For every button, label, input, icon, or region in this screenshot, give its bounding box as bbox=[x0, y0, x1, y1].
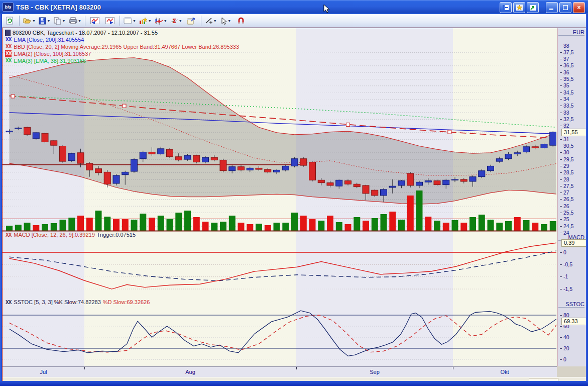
price-tick: 37 bbox=[563, 56, 569, 62]
candle-body bbox=[443, 180, 449, 184]
price-tick: 26 bbox=[563, 204, 569, 209]
volume-bar bbox=[425, 217, 431, 231]
indicator-toggle[interactable]: XX bbox=[5, 36, 12, 43]
indicator-toggle[interactable]: XX bbox=[5, 300, 12, 305]
legend-line[interactable]: 803200 CBK, Tageschart - 18.07.2007 - 12… bbox=[5, 29, 239, 36]
maximize-button[interactable] bbox=[559, 2, 571, 13]
legend-line[interactable]: XXEMA [Close, 200]:31.405554 bbox=[5, 36, 239, 43]
candle-body bbox=[167, 149, 173, 157]
volume-bar bbox=[247, 224, 253, 231]
chart-back-button[interactable] bbox=[88, 15, 102, 27]
candle-body bbox=[158, 149, 164, 154]
dropdown-icon: ▼ bbox=[32, 19, 36, 23]
candle-body bbox=[68, 153, 75, 161]
chart-type-button[interactable]: ▼ bbox=[123, 15, 137, 27]
price-tick: 25 bbox=[563, 217, 569, 222]
sstoc-chart-canvas[interactable] bbox=[3, 307, 556, 366]
magnet-icon bbox=[237, 17, 245, 25]
indicator-toggle[interactable]: XX bbox=[5, 50, 12, 57]
candle-body bbox=[86, 163, 93, 170]
volume-bar bbox=[202, 222, 209, 231]
volume-bar bbox=[265, 225, 271, 231]
price-tick: 28,5 bbox=[563, 170, 573, 175]
chart-window-icon bbox=[124, 17, 132, 24]
copy-button[interactable]: ▼ bbox=[53, 15, 67, 27]
sigma-icon: Σ bbox=[170, 17, 178, 25]
volume-bar bbox=[122, 219, 129, 231]
minimize-button[interactable] bbox=[546, 2, 558, 13]
panel-toggle-button[interactable] bbox=[500, 2, 512, 13]
volume-bar bbox=[95, 211, 102, 231]
chart-forward-button[interactable] bbox=[103, 15, 117, 27]
legend-line[interactable]: XXBBD [Close, 20, 2] Moving Average:29.1… bbox=[5, 43, 239, 50]
indicator-toggle[interactable]: XX bbox=[5, 57, 12, 64]
price-tick: 29 bbox=[563, 163, 569, 169]
magnet-button[interactable] bbox=[234, 15, 248, 27]
refresh-button[interactable] bbox=[3, 15, 17, 27]
candle-body bbox=[33, 133, 39, 139]
save-button[interactable]: ▼ bbox=[38, 15, 52, 27]
sstoc-axis-header: SSTOC bbox=[558, 301, 584, 308]
price-tick: 36,5 bbox=[563, 63, 573, 68]
volume-bar bbox=[33, 225, 39, 231]
indicator-toggle[interactable]: XX bbox=[5, 232, 12, 238]
price-tick: 32,5 bbox=[563, 117, 573, 122]
minimize-icon bbox=[549, 6, 554, 10]
candle-body bbox=[363, 185, 369, 194]
indicator-toggle[interactable]: XX bbox=[5, 43, 12, 50]
print-button[interactable]: ▼ bbox=[68, 15, 82, 27]
overlay-sum-button[interactable]: Σ ▼ bbox=[169, 15, 183, 27]
sstoc-legend[interactable]: XXSSTOC [5, 3, 3] %K Slow:74.82283 %D Sl… bbox=[5, 299, 150, 305]
macd-trigger-line bbox=[10, 251, 557, 281]
candle-body bbox=[381, 189, 387, 196]
candle-body bbox=[532, 147, 538, 148]
volume-bar bbox=[60, 220, 66, 231]
volume-bar bbox=[309, 219, 316, 231]
dropdown-icon: ▼ bbox=[148, 19, 152, 23]
candle-body bbox=[247, 168, 253, 170]
candle-body bbox=[372, 190, 378, 196]
candle-body bbox=[291, 159, 298, 166]
legend-line[interactable]: XXEMA(2) [Close, 100]:31.106537 bbox=[5, 50, 239, 57]
dropdown-icon: ▼ bbox=[78, 19, 81, 23]
legend-line[interactable]: XXEMA(3) [EMA, 38]:31.903166 bbox=[5, 57, 239, 64]
macd-legend[interactable]: XXMACD [Close, 12, 26, 9]:0.39219 Trigge… bbox=[5, 232, 136, 238]
volume-bar bbox=[220, 222, 226, 231]
dropdown-icon: ▼ bbox=[133, 19, 136, 23]
candle-body bbox=[318, 180, 324, 182]
pointer-button[interactable]: ▼ bbox=[219, 15, 233, 27]
price-tick: 32 bbox=[563, 123, 569, 129]
timeframe-button[interactable]: ▼ bbox=[138, 15, 153, 27]
close-button[interactable]: × bbox=[573, 2, 585, 13]
legend-text: BBD [Close, 20, 2] Moving Average:29.196… bbox=[14, 43, 239, 50]
volume-bar bbox=[300, 216, 307, 231]
dropdown-icon: ▼ bbox=[62, 19, 65, 23]
macd-chart-canvas[interactable] bbox=[3, 240, 556, 298]
value-axis: EUR MACD SSTOC 3837,53736,53635,53534,53… bbox=[557, 28, 586, 366]
draw-line-button[interactable]: ▼ bbox=[204, 15, 218, 27]
edit-link-button[interactable] bbox=[527, 2, 539, 13]
candle-body bbox=[95, 169, 102, 173]
chart-legend: 803200 CBK, Tageschart - 18.07.2007 - 12… bbox=[5, 29, 239, 64]
favorites-button[interactable] bbox=[513, 2, 525, 13]
copy-icon bbox=[54, 17, 61, 25]
volume-bar bbox=[131, 220, 138, 231]
price-tick: 26,5 bbox=[563, 197, 573, 202]
chart-icon[interactable] bbox=[5, 30, 11, 36]
macd-tick: -1,5 bbox=[563, 286, 572, 292]
price-tick: 27,5 bbox=[563, 183, 573, 189]
month-tick bbox=[84, 367, 85, 369]
volume-bar bbox=[77, 216, 84, 231]
legend-text: EMA [Close, 200]:31.405554 bbox=[14, 36, 84, 43]
macd-tick: 0 bbox=[563, 250, 566, 255]
template-button[interactable] bbox=[184, 15, 198, 27]
price-tick: 25,5 bbox=[563, 210, 573, 216]
price-tick: 37,5 bbox=[563, 50, 573, 55]
close-icon: × bbox=[577, 5, 580, 11]
open-button[interactable]: ▼ bbox=[22, 15, 37, 27]
candle-body bbox=[309, 162, 316, 180]
indicator-button[interactable]: ▼ bbox=[154, 15, 168, 27]
volume-bar bbox=[229, 216, 236, 231]
volume-bar bbox=[158, 216, 164, 231]
candle-body bbox=[175, 157, 182, 160]
